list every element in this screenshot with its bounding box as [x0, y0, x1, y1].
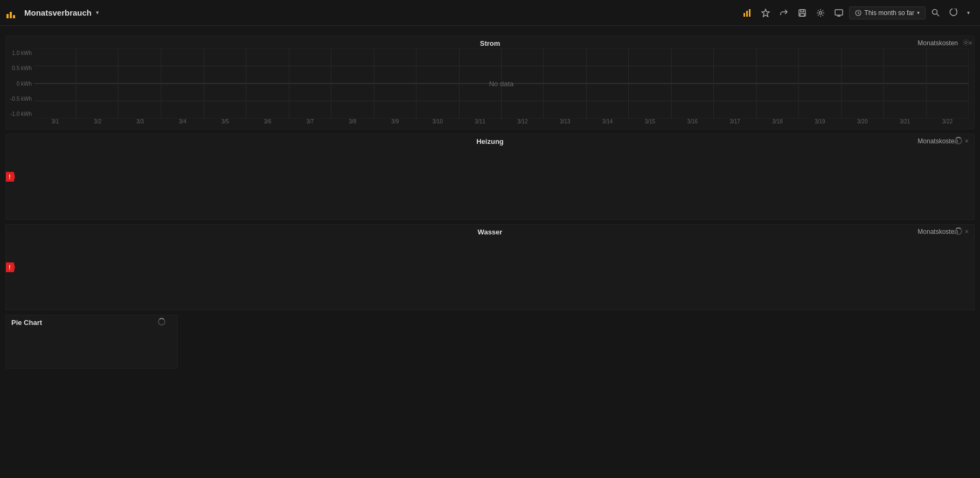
search-icon [932, 9, 940, 17]
time-range-dropdown-arrow: ▾ [917, 10, 920, 16]
x-label-22: 3/22 [926, 119, 969, 124]
x-label-3: 3/3 [119, 119, 162, 124]
pie-chart-panel-title: Pie Chart [11, 318, 172, 327]
clock-icon [855, 10, 861, 16]
main-content: Strom Monatskosten × 1.0 kWh 0.5 kWh 0 k… [0, 26, 980, 378]
pie-chart-panel-header: Pie Chart [6, 315, 177, 328]
strom-chart-svg-container: No data [34, 49, 969, 119]
x-label-18: 3/18 [756, 119, 799, 124]
wasser-panel-settings-icon[interactable] [955, 227, 962, 237]
wasser-spinner [955, 227, 962, 235]
wasser-alert-badge: ! [6, 262, 15, 272]
svg-rect-0 [743, 13, 745, 17]
topbar-right: This month so far ▾ ▾ [739, 6, 974, 20]
heizung-panel-close-icon[interactable]: × [962, 136, 971, 146]
time-range-button[interactable]: This month so far ▾ [849, 6, 926, 19]
share-icon [780, 9, 788, 17]
strom-y-axis: 1.0 kWh 0.5 kWh 0 kWh -0.5 kWh -1.0 kWh [6, 49, 34, 119]
heizung-panel-title: Heizung [11, 137, 969, 146]
svg-rect-2 [749, 9, 750, 17]
svg-point-7 [819, 11, 822, 14]
topbar-left: Monatsverbrauch ▾ [6, 8, 99, 18]
chart-view-button[interactable] [739, 6, 755, 20]
wasser-alert-text: ! [9, 264, 11, 271]
strom-panel-title: Strom [11, 39, 969, 47]
svg-point-10 [933, 10, 937, 15]
x-label-14: 3/14 [586, 119, 629, 124]
heizung-alert-text: ! [9, 174, 11, 180]
pie-chart-spinner [158, 318, 165, 325]
settings-button[interactable] [812, 6, 829, 20]
strom-x-axis: 3/1 3/2 3/3 3/4 3/5 3/6 3/7 3/8 3/9 3/10… [34, 119, 969, 124]
star-icon [761, 9, 770, 17]
zoom-button[interactable] [928, 6, 943, 19]
monitor-button[interactable] [831, 6, 847, 20]
wasser-panel-close-icon[interactable]: × [962, 226, 971, 237]
x-label-6: 3/6 [246, 119, 289, 124]
x-label-15: 3/15 [629, 119, 671, 124]
x-label-4: 3/4 [162, 119, 204, 124]
strom-no-data: No data [489, 80, 514, 88]
svg-rect-6 [800, 13, 804, 16]
y-label-5: -1.0 kWh [6, 111, 32, 117]
strom-monatskosten-label: Monatskosten [918, 39, 958, 47]
heizung-spinner [955, 137, 962, 144]
strom-chart-container: 1.0 kWh 0.5 kWh 0 kWh -0.5 kWh -1.0 kWh [6, 49, 974, 129]
wasser-panel-header: Wasser Monatskosten × [6, 225, 974, 237]
x-label-7: 3/7 [289, 119, 331, 124]
x-label-5: 3/5 [204, 119, 246, 124]
y-label-4: -0.5 kWh [6, 96, 32, 102]
page-title: Monatsverbrauch [24, 8, 92, 17]
strom-panel-header: Strom Monatskosten × [6, 36, 974, 49]
svg-line-11 [937, 14, 940, 17]
x-label-19: 3/19 [798, 119, 841, 124]
title-dropdown-arrow[interactable]: ▾ [96, 9, 99, 16]
topbar: Monatsverbrauch ▾ [0, 0, 980, 26]
x-label-12: 3/12 [501, 119, 544, 124]
x-label-16: 3/16 [671, 119, 714, 124]
x-label-9: 3/9 [374, 119, 416, 124]
y-label-2: 0.5 kWh [6, 65, 32, 71]
star-button[interactable] [757, 6, 774, 20]
strom-chart-row: 1.0 kWh 0.5 kWh 0 kWh -0.5 kWh -1.0 kWh [6, 49, 969, 119]
x-label-11: 3/11 [459, 119, 502, 124]
y-label-3: 0 kWh [6, 81, 32, 87]
heizung-panel-header: Heizung Monatskosten × [6, 134, 974, 147]
save-button[interactable] [794, 6, 810, 20]
x-label-21: 3/21 [884, 119, 926, 124]
heizung-alert-badge: ! [6, 172, 15, 182]
y-label-1: 1.0 kWh [6, 50, 32, 56]
pie-chart-settings-icon[interactable] [158, 318, 165, 327]
time-range-label: This month so far [864, 9, 914, 17]
strom-panel-close-icon[interactable]: × [965, 38, 975, 48]
monitor-icon [835, 9, 843, 17]
refresh-button[interactable] [946, 6, 961, 19]
wasser-panel-title: Wasser [11, 228, 969, 236]
wasser-panel: ! Wasser Monatskosten × [5, 224, 975, 310]
save-icon [798, 9, 807, 17]
heizung-panel: ! Heizung Monatskosten × [5, 134, 975, 220]
x-label-2: 3/2 [77, 119, 119, 124]
svg-rect-1 [746, 11, 748, 17]
svg-rect-5 [801, 10, 804, 12]
heizung-monatskosten-label: Monatskosten [918, 137, 958, 145]
pie-chart-panel: Pie Chart [5, 315, 178, 369]
refresh-icon [949, 9, 957, 17]
refresh-dropdown-button[interactable]: ▾ [963, 7, 974, 18]
share-button[interactable] [776, 6, 792, 20]
heizung-panel-settings-icon[interactable] [955, 137, 962, 146]
refresh-dropdown-arrow: ▾ [967, 10, 970, 16]
strom-panel: Strom Monatskosten × 1.0 kWh 0.5 kWh 0 k… [5, 36, 975, 129]
x-label-8: 3/8 [331, 119, 374, 124]
svg-rect-8 [835, 10, 843, 15]
x-label-13: 3/13 [544, 119, 586, 124]
chart-icon [743, 9, 752, 17]
gear-icon [816, 9, 825, 17]
svg-marker-3 [762, 9, 769, 17]
grafana-logo [6, 8, 17, 18]
x-label-17: 3/17 [714, 119, 756, 124]
x-label-20: 3/20 [841, 119, 884, 124]
x-label-1: 3/1 [34, 119, 77, 124]
wasser-monatskosten-label: Monatskosten [918, 228, 958, 235]
x-label-10: 3/10 [416, 119, 459, 124]
